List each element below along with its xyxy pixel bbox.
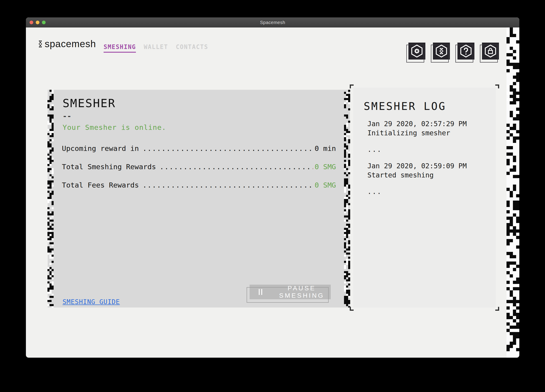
log-entry-text: Started smeshing <box>367 171 489 180</box>
log-ellipsis: ... <box>367 187 489 196</box>
settings-button[interactable] <box>409 42 425 60</box>
app-header: spacemesh SMESHING WALLET CONTACTS <box>26 27 519 60</box>
traffic-lights <box>30 17 46 27</box>
smesher-log-panel: SMESHER LOG Jan 29 2020, 02:57:29 PM Ini… <box>353 88 496 308</box>
log-entry: Jan 29 2020, 02:59:09 PM Started smeshin… <box>367 161 489 180</box>
smesher-stats: Upcoming reward in .....................… <box>62 144 336 199</box>
log-entry-time: Jan 29 2020, 02:59:09 PM <box>367 161 489 171</box>
corner-bracket-bottom-right <box>495 307 499 311</box>
pause-smeshing-button[interactable]: PAUSE SMESHING <box>250 285 331 299</box>
dot-leader: ........................................… <box>139 144 313 152</box>
log-entry: Jan 29 2020, 02:57:29 PM Initializing sm… <box>367 119 489 138</box>
checker-border-left <box>47 90 54 308</box>
dot-leader: ........................................… <box>156 163 313 171</box>
stat-row-upcoming-reward: Upcoming reward in .....................… <box>62 144 336 163</box>
stat-value: 0 min <box>313 144 336 152</box>
help-question-icon <box>458 42 474 60</box>
zoom-window-button[interactable] <box>42 21 46 24</box>
network-mesh-icon <box>433 42 450 60</box>
main-nav: SMESHING WALLET CONTACTS <box>104 43 208 53</box>
corner-bracket-bottom-left <box>350 307 354 311</box>
smeshing-guide-link[interactable]: SMESHING GUIDE <box>62 298 120 306</box>
window-title: Spacemesh <box>260 20 285 25</box>
smesher-panel: SMESHER -- Your Smesher is online. Upcom… <box>48 90 350 308</box>
log-entry-time: Jan 29 2020, 02:57:29 PM <box>367 119 489 128</box>
log-entry-text: Initializing smesher <box>367 128 489 138</box>
dot-leader: ........................................… <box>139 181 313 189</box>
help-button[interactable] <box>458 42 474 60</box>
log-ellipsis: ... <box>367 145 489 154</box>
smesher-status-text: Your Smesher is online. <box>62 123 166 132</box>
close-window-button[interactable] <box>30 21 33 24</box>
lock-button[interactable] <box>482 42 499 60</box>
header-icon-buttons <box>409 42 499 60</box>
lock-icon <box>482 42 499 60</box>
stat-label: Upcoming reward in <box>62 144 139 152</box>
desktop-background: Spacemesh spacemesh SMESHING WALLET CONT… <box>0 0 545 392</box>
spacemesh-logo: spacemesh <box>38 38 96 49</box>
stat-row-smeshing-rewards: Total Smeshing Rewards .................… <box>62 163 336 181</box>
corner-bracket-top-right <box>495 84 499 88</box>
checker-border-right <box>344 90 350 308</box>
spacemesh-logo-icon <box>38 40 43 48</box>
logo-wordmark: spacemesh <box>45 38 96 49</box>
pause-icon <box>259 289 262 295</box>
pause-button-label: PAUSE SMESHING <box>273 285 331 299</box>
tab-smeshing[interactable]: SMESHING <box>104 43 136 53</box>
minimize-window-button[interactable] <box>36 21 39 24</box>
app-window: Spacemesh spacemesh SMESHING WALLET CONT… <box>26 17 519 358</box>
tab-contacts[interactable]: CONTACTS <box>176 43 208 53</box>
stat-value: 0 SMG <box>313 163 336 171</box>
settings-gear-icon <box>409 42 425 60</box>
network-button[interactable] <box>433 42 450 60</box>
checker-border-window-right <box>507 27 519 358</box>
smesher-title: SMESHER <box>62 97 116 110</box>
stat-row-fees-rewards: Total Fees Rewards .....................… <box>62 181 336 199</box>
stat-label: Total Smeshing Rewards <box>62 163 156 171</box>
stat-label: Total Fees Rewards <box>62 181 139 189</box>
tab-wallet[interactable]: WALLET <box>144 43 168 53</box>
stat-value: 0 SMG <box>313 181 336 189</box>
smesher-log-title: SMESHER LOG <box>364 100 446 112</box>
smesher-log-list: Jan 29 2020, 02:57:29 PM Initializing sm… <box>367 119 489 204</box>
smesher-divider: -- <box>62 112 72 121</box>
corner-bracket-top-left <box>350 84 354 88</box>
titlebar[interactable]: Spacemesh <box>26 17 519 27</box>
